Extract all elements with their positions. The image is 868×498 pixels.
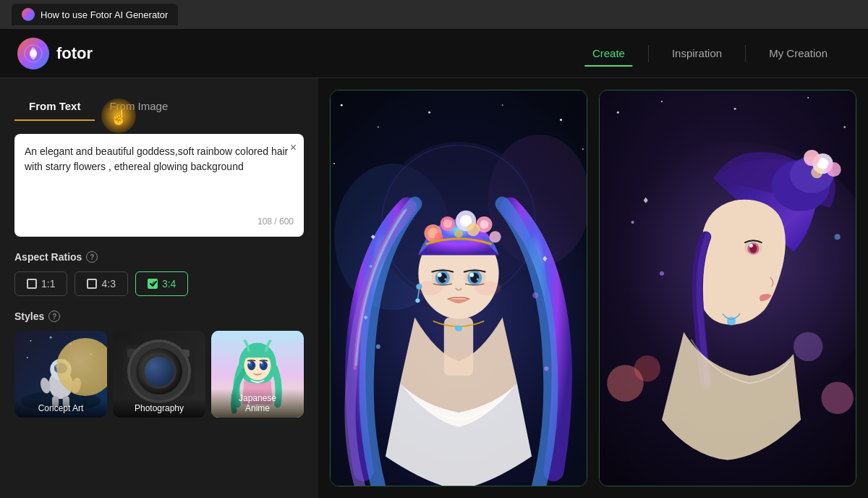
svg-point-79 [634,355,660,381]
svg-point-29 [341,104,343,106]
svg-point-81 [821,381,853,413]
svg-point-63 [475,281,501,295]
svg-point-70 [544,366,548,371]
ratio-4-3-checkbox [87,279,97,289]
svg-point-92 [749,244,753,248]
styles-label: Styles ? [14,311,304,322]
logo-text: fotor [56,44,93,63]
style-card-photography[interactable]: Photography [113,331,205,418]
svg-point-96 [631,221,634,224]
svg-point-24 [260,362,263,364]
svg-point-30 [378,127,379,128]
prompt-counter: 108 / 600 [25,216,294,227]
svg-point-88 [811,166,822,178]
concept-art-image: Concept Art [14,331,107,418]
ratio-1-1-checkbox [27,279,37,289]
browser-bar: How to use Fotor AI Generator [0,0,868,29]
svg-point-65 [415,298,420,303]
anime-label: JapaneseAnime [211,389,304,418]
svg-point-5 [27,357,28,358]
svg-point-3 [50,337,52,339]
svg-point-69 [370,265,373,268]
svg-point-47 [480,220,488,229]
anime-image: JapaneseAnime [211,331,304,418]
aspect-ratios-label: Aspect Ratios ? [14,251,304,263]
styles-help-icon[interactable]: ? [48,311,60,322]
svg-point-73 [617,111,619,114]
svg-point-67 [376,345,380,349]
svg-point-68 [532,292,538,298]
camera-lens [130,342,188,400]
prompt-input[interactable] [25,144,294,209]
svg-point-94 [660,271,664,276]
styles-grid: Concept Art Photography [14,331,304,418]
close-button[interactable]: × [290,141,297,154]
svg-point-51 [454,230,463,237]
nav-create[interactable]: Create [569,41,648,65]
logo-icon [17,38,49,69]
ratio-4-3[interactable]: 4:3 [75,271,127,296]
goddess-2-svg [600,90,856,486]
photography-label: Photography [113,399,205,418]
photography-image: Photography [113,331,205,418]
ratio-3-4-checkbox [148,279,158,289]
svg-point-50 [489,231,501,242]
aspect-ratio-help-icon[interactable]: ? [86,251,98,263]
svg-point-66 [455,326,462,332]
svg-point-48 [467,223,480,236]
tabs: From Text From Image [14,93,304,119]
svg-point-77 [843,126,846,128]
svg-point-2 [30,340,32,342]
svg-point-76 [807,97,809,98]
svg-point-43 [443,219,452,228]
svg-point-34 [582,148,584,150]
style-card-concept-art[interactable]: Concept Art [14,331,107,418]
svg-point-59 [469,273,474,277]
svg-point-1 [30,50,37,57]
ai-image-goddess-1 [330,90,587,486]
svg-point-75 [734,108,736,110]
concept-art-label: Concept Art [14,399,107,418]
svg-point-60 [444,278,446,280]
svg-point-74 [661,101,663,102]
svg-point-32 [502,104,503,106]
svg-point-86 [804,150,820,166]
nav-inspiration[interactable]: Inspiration [649,41,745,65]
goddess-1-svg [331,90,587,486]
prompt-area: × 108 / 600 [14,134,304,237]
ratio-3-4[interactable]: 3:4 [135,271,188,296]
svg-point-61 [477,278,479,280]
left-panel: From Text From Image × 108 / 600 Aspect … [0,78,318,498]
style-card-japanese-anime[interactable]: JapaneseAnime [211,331,304,418]
svg-point-64 [416,284,422,290]
right-panel [318,78,868,498]
svg-point-31 [428,111,430,114]
ratio-buttons: 1:1 4:3 3:4 [14,271,304,296]
tab-from-image[interactable]: From Image [95,93,182,119]
browser-tab[interactable]: How to use Fotor AI Generator [12,4,178,25]
svg-point-20 [260,361,268,371]
main-content: From Text From Image × 108 / 600 Aspect … [0,78,868,498]
app-header: fotor Create Inspiration My Creation [0,29,868,78]
nav-my-creation[interactable]: My Creation [746,41,851,65]
svg-point-95 [835,234,841,240]
favicon-icon [22,8,35,21]
logo-area: fotor [17,38,93,69]
ai-image-goddess-2 [599,90,856,486]
svg-point-19 [247,361,255,371]
moon-decoration [56,338,107,396]
svg-point-58 [438,273,442,277]
svg-point-87 [827,162,841,177]
ratio-1-1[interactable]: 1:1 [14,271,67,296]
nav-area: Create Inspiration My Creation [569,41,851,65]
svg-point-23 [249,362,251,364]
svg-point-33 [560,119,562,121]
tab-title: How to use Fotor AI Generator [41,9,168,20]
tab-from-text[interactable]: From Text [14,93,95,119]
svg-point-35 [333,163,335,164]
svg-point-80 [793,332,822,361]
